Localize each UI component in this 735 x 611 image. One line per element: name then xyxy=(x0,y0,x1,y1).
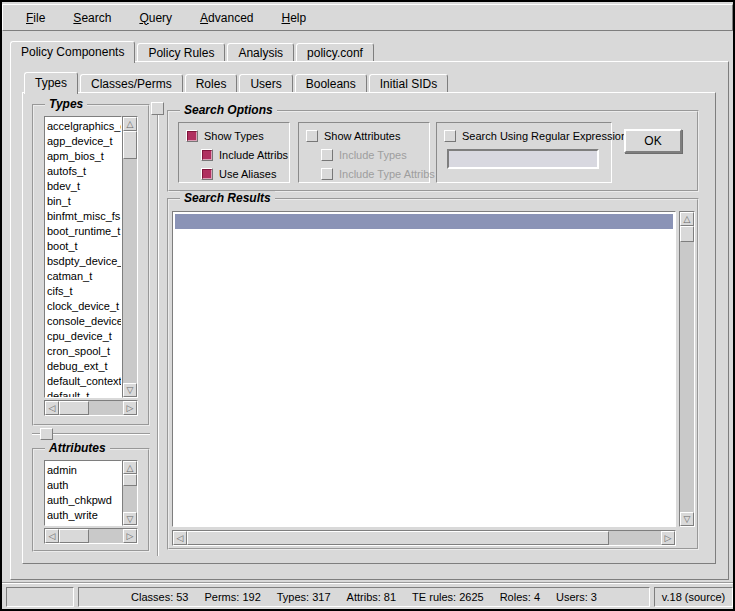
search-results-textarea[interactable] xyxy=(172,211,676,527)
checkbox-use-aliases[interactable] xyxy=(201,168,213,180)
check-row-use-aliases[interactable]: Use Aliases xyxy=(201,168,289,180)
types-horizontal-scrollbar[interactable]: ◁ ▷ xyxy=(44,400,138,416)
attributes-horizontal-scrollbar[interactable]: ◁ ▷ xyxy=(44,528,138,544)
scrollbar-thumb[interactable] xyxy=(59,529,89,543)
menu-item-query[interactable]: Query xyxy=(128,8,183,28)
scrollbar-thumb[interactable] xyxy=(187,531,609,545)
results-vertical-scrollbar[interactable]: △ ▽ xyxy=(679,211,695,527)
checkbox-show-attributes[interactable] xyxy=(306,130,318,142)
menu-bar: FileSearchQueryAdvancedHelp xyxy=(2,4,733,31)
left-arrow-icon[interactable]: ◁ xyxy=(173,531,187,545)
tab-analysis[interactable]: Analysis xyxy=(227,43,294,61)
stat-types: Types: 317 xyxy=(277,591,331,603)
checkbox-search-using-regular-expression[interactable] xyxy=(444,130,456,142)
left-arrow-icon[interactable]: ◁ xyxy=(45,401,59,415)
list-item-agp-device-t[interactable]: agp_device_t xyxy=(47,134,121,149)
list-item-accelgraphics-e[interactable]: accelgraphics_e xyxy=(47,119,121,134)
menu-item-advanced[interactable]: Advanced xyxy=(189,8,264,28)
list-item-bdev-t[interactable]: bdev_t xyxy=(47,179,121,194)
check-row-include-attribs[interactable]: Include Attribs xyxy=(201,149,289,161)
ok-button[interactable]: OK xyxy=(624,129,682,153)
up-arrow-icon[interactable]: △ xyxy=(123,461,137,474)
regex-check-list: Search Using Regular Expression xyxy=(444,130,611,142)
checkbox-include-types[interactable] xyxy=(321,149,333,161)
list-item-boot-t[interactable]: boot_t xyxy=(47,239,121,254)
list-item-default-t[interactable]: default_t xyxy=(47,389,121,398)
menu-item-search[interactable]: Search xyxy=(62,8,122,28)
list-item-cpu-device-t[interactable]: cpu_device_t xyxy=(47,329,121,344)
list-item-auth[interactable]: auth xyxy=(47,478,121,493)
scrollbar-trough[interactable] xyxy=(89,529,123,543)
horizontal-sash-handle[interactable] xyxy=(40,428,53,440)
list-item-apm-bios-t[interactable]: apm_bios_t xyxy=(47,149,121,164)
menu-item-help[interactable]: Help xyxy=(270,8,317,28)
subtab-booleans[interactable]: Booleans xyxy=(295,74,367,92)
list-item-bin-t[interactable]: bin_t xyxy=(47,194,121,209)
list-item-catman-t[interactable]: catman_t xyxy=(47,269,121,284)
check-row-show-attributes[interactable]: Show Attributes xyxy=(306,130,429,142)
regex-group: Search Using Regular Expression xyxy=(436,122,612,183)
up-arrow-icon[interactable]: △ xyxy=(123,117,137,131)
right-arrow-icon[interactable]: ▷ xyxy=(123,401,137,415)
list-item-cifs-t[interactable]: cifs_t xyxy=(47,284,121,299)
types-vertical-scrollbar[interactable]: △ ▽ xyxy=(122,116,138,398)
subtab-roles[interactable]: Roles xyxy=(185,74,238,92)
list-item-console-device[interactable]: console_device xyxy=(47,314,121,329)
list-item-auth-write[interactable]: auth_write xyxy=(47,508,121,523)
down-arrow-icon[interactable]: ▽ xyxy=(680,512,694,526)
check-row-search-using-regular-expression[interactable]: Search Using Regular Expression xyxy=(444,130,611,142)
scrollbar-thumb[interactable] xyxy=(59,401,89,415)
scrollbar-trough[interactable] xyxy=(89,401,123,415)
list-item-autofs-t[interactable]: autofs_t xyxy=(47,164,121,179)
down-arrow-icon[interactable]: ▽ xyxy=(123,512,137,525)
subtab-initial-sids[interactable]: Initial SIDs xyxy=(369,74,448,92)
list-item-cron-spool-t[interactable]: cron_spool_t xyxy=(47,344,121,359)
list-item-default-context[interactable]: default_context xyxy=(47,374,121,389)
scrollbar-thumb[interactable] xyxy=(123,474,137,486)
checkbox-include-type-attribs[interactable] xyxy=(321,168,333,180)
down-arrow-icon[interactable]: ▽ xyxy=(123,383,137,397)
list-item-boot-runtime-t[interactable]: boot_runtime_t xyxy=(47,224,121,239)
scrollbar-trough[interactable] xyxy=(609,531,661,545)
checkbox-include-attribs[interactable] xyxy=(201,149,213,161)
list-item-auth-chkpwd[interactable]: auth_chkpwd xyxy=(47,493,121,508)
stat-te-rules: TE rules: 2625 xyxy=(412,591,484,603)
checkbox-show-types[interactable] xyxy=(186,130,198,142)
stat-users: Users: 3 xyxy=(556,591,597,603)
check-row-show-types[interactable]: Show Types xyxy=(186,130,289,142)
stat-attribs: Attribs: 81 xyxy=(347,591,397,603)
list-item-admin[interactable]: admin xyxy=(47,463,121,478)
scrollbar-thumb[interactable] xyxy=(680,226,694,242)
types-listbox[interactable]: accelgraphics_eagp_device_tapm_bios_taut… xyxy=(44,116,122,398)
check-row-include-type-attribs[interactable]: Include Type Attribs xyxy=(321,168,429,180)
list-item-binfmt-misc-fs[interactable]: binfmt_misc_fs xyxy=(47,209,121,224)
tab-policy-components[interactable]: Policy Components xyxy=(10,41,135,63)
selected-line-highlight xyxy=(175,214,673,229)
list-item-bsdpty-device[interactable]: bsdpty_device_ xyxy=(47,254,121,269)
subtab-types[interactable]: Types xyxy=(24,72,78,94)
right-arrow-icon[interactable]: ▷ xyxy=(123,529,137,543)
results-horizontal-scrollbar[interactable]: ◁ ▷ xyxy=(172,530,676,546)
scrollbar-trough[interactable] xyxy=(680,242,694,512)
subtab-classes-perms[interactable]: Classes/Perms xyxy=(80,74,183,92)
stat-classes: Classes: 53 xyxy=(131,591,188,603)
scrollbar-trough[interactable] xyxy=(123,486,137,512)
up-arrow-icon[interactable]: △ xyxy=(680,212,694,226)
attributes-vertical-scrollbar[interactable]: △ ▽ xyxy=(122,460,138,526)
scrollbar-trough[interactable] xyxy=(123,159,137,383)
vertical-sash-handle[interactable] xyxy=(151,102,164,115)
list-item-clock-device-t[interactable]: clock_device_t xyxy=(47,299,121,314)
subtab-users[interactable]: Users xyxy=(239,74,292,92)
left-arrow-icon[interactable]: ◁ xyxy=(45,529,59,543)
check-row-include-types[interactable]: Include Types xyxy=(321,149,429,161)
attributes-listbox[interactable]: adminauthauth_chkpwdauth_write xyxy=(44,460,122,526)
scrollbar-thumb[interactable] xyxy=(123,131,137,159)
list-item-debug-ext-t[interactable]: debug_ext_t xyxy=(47,359,121,374)
tab-policy-conf[interactable]: policy.conf xyxy=(296,43,374,61)
right-arrow-icon[interactable]: ▷ xyxy=(661,531,675,545)
menu-item-file[interactable]: File xyxy=(15,8,56,28)
checkbox-label: Include Types xyxy=(339,149,407,161)
regex-input[interactable] xyxy=(447,149,599,169)
tab-policy-rules[interactable]: Policy Rules xyxy=(137,43,225,61)
vertical-sash[interactable] xyxy=(157,104,159,556)
